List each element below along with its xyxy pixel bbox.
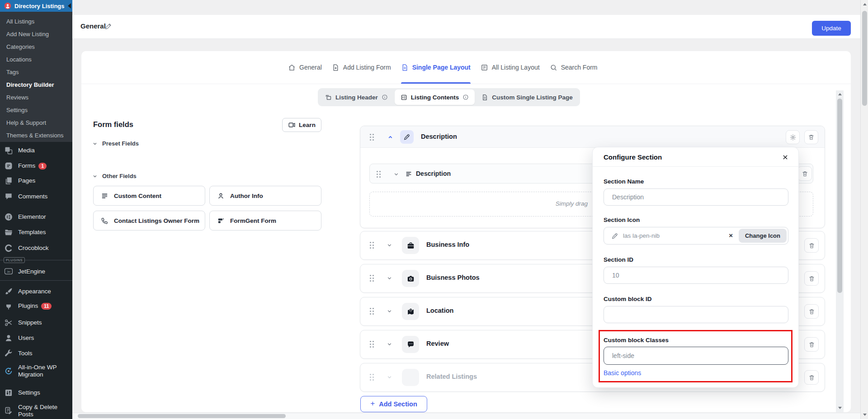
field-card-custom-content[interactable]: Custom Content: [93, 186, 205, 206]
sidebar-subitem-categories[interactable]: Categories: [0, 41, 72, 53]
sidebar-subitem-themes-extensions[interactable]: Themes & Extensions: [0, 129, 72, 142]
field-card-author-info[interactable]: Author Info: [209, 186, 321, 206]
sidebar-item-plugins[interactable]: Plugins 11: [0, 298, 72, 314]
horizontal-scrollbar-thumb[interactable]: [78, 414, 286, 418]
sidebar-item-snippets[interactable]: Snippets: [0, 315, 72, 330]
tab-add-listing-form[interactable]: Add Listing Form: [332, 51, 391, 84]
sidebar-item-users[interactable]: Users: [0, 330, 72, 346]
learn-button[interactable]: Learn: [282, 118, 321, 132]
sidebar-subitem-add-new-listing[interactable]: Add New Listing: [0, 28, 72, 41]
chevron-down-icon[interactable]: [393, 171, 399, 177]
preset-fields-group-toggle[interactable]: Preset Fields: [92, 140, 139, 147]
scroll-down-arrow-icon[interactable]: [863, 414, 867, 416]
add-section-button[interactable]: + Add Section: [360, 396, 427, 412]
sidebar-item-crocoblock[interactable]: Crocoblock: [0, 240, 72, 256]
tab-all-listing-layout[interactable]: All Listing Layout: [481, 51, 540, 84]
close-icon[interactable]: [782, 154, 788, 160]
crocoblock-icon: [4, 244, 13, 253]
chevron-down-icon[interactable]: [387, 374, 392, 380]
browser-vertical-scrollbar[interactable]: [860, 0, 868, 419]
section-delete-trash-icon[interactable]: [804, 238, 819, 253]
sidebar-item-forms[interactable]: Forms 1: [0, 158, 72, 174]
section-name-input[interactable]: [604, 188, 788, 206]
tab-general[interactable]: General: [288, 51, 322, 84]
subtab-listing-header[interactable]: Listing Header: [319, 89, 394, 105]
section-delete-trash-icon[interactable]: [804, 271, 819, 286]
scroll-down-arrow-icon[interactable]: [838, 407, 842, 409]
section-icon-field[interactable]: las la-pen-nib × Change Icon: [604, 227, 788, 245]
sidebar-item-elementor[interactable]: Elementor: [0, 209, 72, 225]
sidebar-item-pages[interactable]: Pages: [0, 173, 72, 188]
tab-search-form[interactable]: Search Form: [550, 51, 598, 84]
section-settings-gear-icon[interactable]: [786, 130, 800, 144]
change-icon-button[interactable]: Change Icon: [739, 229, 787, 243]
tab-single-page-layout[interactable]: Single Page Layout: [401, 51, 471, 84]
browser-scrollbar-thumb[interactable]: [862, 11, 867, 106]
section-delete-trash-icon[interactable]: [804, 130, 818, 144]
subtab-listing-contents[interactable]: Listing Contents: [395, 89, 475, 105]
sidebar-item-settings[interactable]: Settings: [0, 385, 72, 400]
section-header-description[interactable]: Description: [360, 126, 825, 148]
sidebar-item-media[interactable]: Media: [0, 143, 72, 158]
top-gray-strip: [72, 0, 860, 15]
sidebar-subitem-settings[interactable]: Settings: [0, 104, 72, 117]
chevron-up-icon[interactable]: [387, 134, 393, 140]
field-delete-trash-icon[interactable]: [797, 166, 812, 181]
drag-handle-icon[interactable]: [369, 307, 374, 315]
sidebar-item-directory-listings[interactable]: Directory Listings: [0, 0, 72, 12]
chevron-down-icon[interactable]: [387, 341, 392, 347]
custom-block-classes-input[interactable]: [604, 347, 788, 365]
section-delete-trash-icon[interactable]: [804, 370, 819, 385]
edit-title-pencil-icon[interactable]: [105, 22, 113, 30]
scroll-up-arrow-icon[interactable]: [863, 3, 867, 5]
drag-handle-icon[interactable]: [369, 241, 374, 249]
briefcase-icon: [402, 237, 419, 254]
pen-nib-icon: [400, 130, 414, 144]
custom-block-id-input[interactable]: [604, 306, 788, 323]
drag-handle-icon[interactable]: [369, 373, 374, 381]
sidebar-item-comments[interactable]: Comments: [0, 189, 72, 204]
section-delete-trash-icon[interactable]: [804, 304, 819, 319]
sidebar-subitem-locations[interactable]: Locations: [0, 53, 72, 66]
other-fields-group-toggle[interactable]: Other Fields: [92, 173, 137, 179]
drag-handle-icon[interactable]: [369, 133, 374, 141]
sidebar-subitem-all-listings[interactable]: All Listings: [0, 15, 72, 28]
form-fields-title: Form fields: [93, 120, 133, 129]
section-title: Related Listings: [426, 373, 477, 380]
content-scrollbar-thumb[interactable]: [837, 99, 842, 293]
chevron-down-icon[interactable]: [387, 275, 392, 281]
migration-icon: [4, 367, 13, 376]
sidebar-item-tools[interactable]: Tools: [0, 346, 72, 361]
file-plus-icon: [332, 64, 340, 71]
subtab-custom-single-listing-page[interactable]: Custom Single Listing Page: [476, 89, 579, 105]
sidebar-subitem-help-support[interactable]: Help & Support: [0, 117, 72, 129]
sidebar-item-appearance[interactable]: Appearance: [0, 284, 72, 299]
basic-options-link[interactable]: Basic options: [604, 369, 641, 377]
field-card-contact-listings-owner-form[interactable]: Contact Listings Owner Form: [93, 211, 205, 231]
sidebar-item-all-in-one-wp-migration[interactable]: All-in-One WP Migration: [0, 361, 72, 381]
scroll-up-arrow-icon[interactable]: [838, 93, 842, 95]
chevron-down-icon[interactable]: [387, 308, 392, 314]
info-icon[interactable]: [382, 94, 388, 100]
drag-handle-icon[interactable]: [369, 340, 374, 348]
section-delete-trash-icon[interactable]: [804, 337, 819, 352]
horizontal-scrollbar[interactable]: [72, 413, 860, 419]
admin-sidebar: Directory Listings All Listings Add New …: [0, 0, 72, 419]
chevron-down-icon[interactable]: [387, 242, 392, 248]
info-icon[interactable]: [462, 94, 469, 100]
sidebar-item-jetengine[interactable]: Jet JetEngine: [0, 264, 72, 279]
sidebar-subitem-directory-builder[interactable]: Directory Builder: [0, 79, 72, 91]
drag-handle-icon[interactable]: [376, 170, 381, 178]
section-id-input[interactable]: [604, 267, 788, 284]
modal-header: Configure Section: [593, 147, 798, 167]
elementor-icon: [4, 212, 13, 221]
content-vertical-scrollbar[interactable]: [836, 90, 844, 412]
update-button[interactable]: Update: [812, 21, 851, 36]
sidebar-subitem-reviews[interactable]: Reviews: [0, 91, 72, 104]
sidebar-item-copy-delete-posts[interactable]: Copy & Delete Posts: [0, 401, 72, 419]
clear-icon[interactable]: ×: [729, 231, 733, 240]
drag-handle-icon[interactable]: [369, 274, 374, 282]
sidebar-subitem-tags[interactable]: Tags: [0, 66, 72, 79]
sidebar-item-templates[interactable]: Templates: [0, 225, 72, 240]
field-card-formgent-form[interactable]: FormGent Form: [209, 211, 321, 231]
